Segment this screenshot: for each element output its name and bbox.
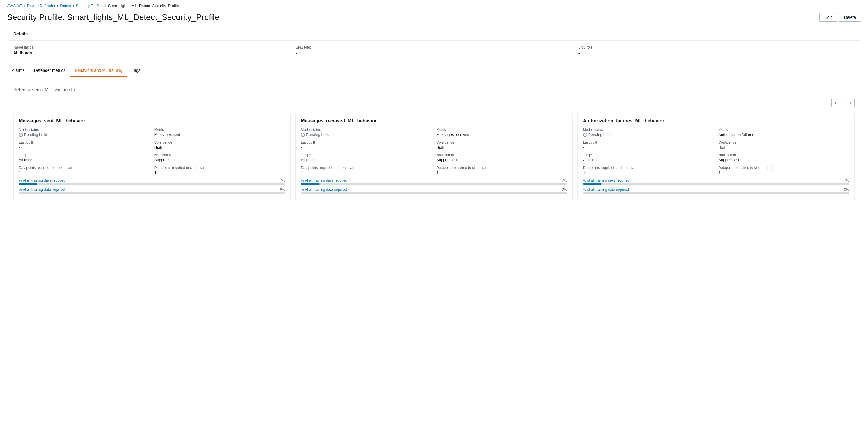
card-1-metric: Metric Messages received	[436, 128, 567, 137]
card-2-dp-trigger-value: 1	[583, 170, 714, 175]
detail-sns-role-value: -	[578, 51, 849, 55]
card-2-dp-trigger-label: Datapoints required to trigger alarm	[583, 166, 714, 170]
card-2-model-status-label: Model status	[583, 128, 714, 132]
card-1-training-days-bar-fill	[301, 183, 319, 184]
card-1-model-status-value-row: ○ Pending build	[301, 133, 432, 137]
card-2-progress-section: % of all training days required 7% % of …	[583, 178, 849, 194]
card-0-dp-clear: Datapoints required to clear alarm 1	[154, 166, 285, 175]
card-1-model-status-label: Model status	[301, 128, 432, 132]
tab-alarms[interactable]: Alarms	[7, 65, 29, 77]
breadcrumb-aws-iot[interactable]: AWS IoT	[7, 3, 22, 8]
card-2-title: Authorization_failures_ML_behavior	[583, 118, 849, 123]
card-2-fields: Model status ○ Pending build Metric Auth…	[583, 128, 849, 175]
card-2-training-days-pct: 7%	[844, 178, 849, 182]
card-1-training-data-label-row: % of all training data required 0%	[301, 188, 567, 192]
edit-button[interactable]: Edit	[819, 13, 837, 22]
card-1-model-status-value: Pending build	[306, 133, 329, 137]
card-2-training-data-link[interactable]: % of all training data required	[583, 188, 629, 192]
prev-page-button[interactable]: ‹	[831, 98, 839, 107]
tab-defender-metrics[interactable]: Defender metrics	[29, 65, 70, 77]
breadcrumb-security-profiles[interactable]: Security Profiles	[76, 3, 103, 8]
card-1-dp-trigger-value: 1	[301, 170, 432, 175]
detail-target-things: Target things All things	[13, 45, 290, 55]
card-1-dp-clear: Datapoints required to clear alarm 1	[436, 166, 567, 175]
card-2-metric-label: Metric	[718, 128, 849, 132]
card-1-dp-trigger-label: Datapoints required to trigger alarm	[301, 166, 432, 170]
card-2-metric-value: Authorization failures	[718, 133, 849, 137]
breadcrumb-device-defender[interactable]: Device Defender	[27, 3, 56, 8]
card-0-notification-value: Suppressed	[154, 158, 285, 162]
page-title: Security Profile: Smart_lights_ML_Detect…	[7, 13, 219, 22]
card-2-training-data-label-row: % of all training data required 0%	[583, 188, 849, 192]
card-0-training-days-bar-fill	[19, 183, 37, 184]
card-1-dp-clear-value: 1	[436, 170, 567, 175]
card-1-training-days-pct: 7%	[562, 178, 567, 182]
card-1-notification-label: Notification	[436, 153, 567, 157]
card-0-notification-label: Notification	[154, 153, 285, 157]
card-0-training-days-label-row: % of all training days required 7%	[19, 178, 285, 182]
card-2-last-built: Last built -	[583, 140, 714, 149]
card-2-training-days-link[interactable]: % of all training days required	[583, 178, 629, 182]
delete-button[interactable]: Delete	[839, 13, 861, 22]
detail-target-things-label: Target things	[13, 45, 284, 50]
card-0-dp-clear-value: 1	[154, 170, 285, 175]
card-0-progress-section: % of all training days required 7% % of …	[19, 178, 285, 194]
pagination: ‹ 1 ›	[13, 96, 855, 110]
card-1-training-days-link[interactable]: % of all training days required	[301, 178, 347, 182]
card-0-title: Messages_sent_ML_behavior	[19, 118, 285, 123]
card-1-pending-icon: ○	[301, 133, 305, 137]
breadcrumb-detect[interactable]: Detect	[60, 3, 71, 8]
details-body: Target things All things SNS topic - SNS…	[7, 40, 861, 60]
page-number: 1	[842, 100, 844, 105]
card-0-model-status: Model status ○ Pending build	[19, 128, 150, 137]
next-page-button[interactable]: ›	[846, 98, 855, 107]
card-0-last-built-label: Last built	[19, 140, 150, 144]
card-1-progress-section: % of all training days required 7% % of …	[301, 178, 567, 194]
card-2-training-days-bar-fill	[583, 183, 601, 184]
card-2-training-data-bar-bg	[583, 193, 849, 194]
card-2-target-label: Target	[583, 153, 714, 157]
card-0-fields: Model status ○ Pending build Metric Mess…	[19, 128, 285, 175]
card-2-training-days-bar-bg	[583, 183, 849, 184]
tab-behaviors-ml-training[interactable]: Behaviors and ML training	[70, 65, 127, 77]
card-2-target-value: All things	[583, 158, 714, 162]
card-1-metric-value: Messages received	[436, 133, 567, 137]
card-0-dp-trigger: Datapoints required to trigger alarm 1	[19, 166, 150, 175]
card-0-notification: Notification Suppressed	[154, 153, 285, 162]
card-1-training-data-bar-bg	[301, 193, 567, 194]
card-0-training-data-label-row: % of all training data required 0%	[19, 188, 285, 192]
card-0-confidence: Confidence High	[154, 140, 285, 149]
card-0-model-status-label: Model status	[19, 128, 150, 132]
card-0-dp-clear-label: Datapoints required to clear alarm	[154, 166, 285, 170]
card-2-dp-clear-value: 1	[718, 170, 849, 175]
breadcrumb-sep-2: ›	[57, 4, 58, 8]
card-0-target: Target All things	[19, 153, 150, 162]
card-0-confidence-label: Confidence	[154, 140, 285, 144]
header-actions: Edit Delete	[819, 13, 861, 22]
tab-tags[interactable]: Tags	[127, 65, 145, 77]
details-section: Details Target things All things SNS top…	[7, 27, 861, 60]
card-0-target-value: All things	[19, 158, 150, 162]
card-2-pending-icon: ○	[583, 133, 587, 137]
page-header: Security Profile: Smart_lights_ML_Detect…	[0, 10, 868, 27]
card-2-last-built-label: Last built	[583, 140, 714, 144]
card-2-metric: Metric Authorization failures	[718, 128, 849, 137]
card-1-dp-trigger: Datapoints required to trigger alarm 1	[301, 166, 432, 175]
detail-sns-topic: SNS topic -	[290, 45, 572, 55]
card-1-confidence-value: High	[436, 145, 567, 149]
card-0-training-days-pct: 7%	[280, 178, 285, 182]
detail-sns-topic-label: SNS topic	[296, 45, 566, 50]
card-1-notification: Notification Suppressed	[436, 153, 567, 162]
card-0-training-days-link[interactable]: % of all training days required	[19, 178, 65, 182]
card-0-last-built-value: -	[19, 145, 150, 149]
card-0-training-data-link[interactable]: % of all training data required	[19, 188, 65, 192]
card-2-model-status: Model status ○ Pending build	[583, 128, 714, 137]
card-2-last-built-value: -	[583, 145, 714, 149]
detail-sns-role: SNS role -	[572, 45, 855, 55]
breadcrumb: AWS IoT › Device Defender › Detect › Sec…	[0, 0, 868, 10]
detail-sns-topic-value: -	[296, 51, 566, 55]
card-1-notification-value: Suppressed	[436, 158, 567, 162]
card-0-training-data-bar-bg	[19, 193, 285, 194]
card-1-training-data-link[interactable]: % of all training data required	[301, 188, 347, 192]
card-2-dp-clear: Datapoints required to clear alarm 1	[718, 166, 849, 175]
